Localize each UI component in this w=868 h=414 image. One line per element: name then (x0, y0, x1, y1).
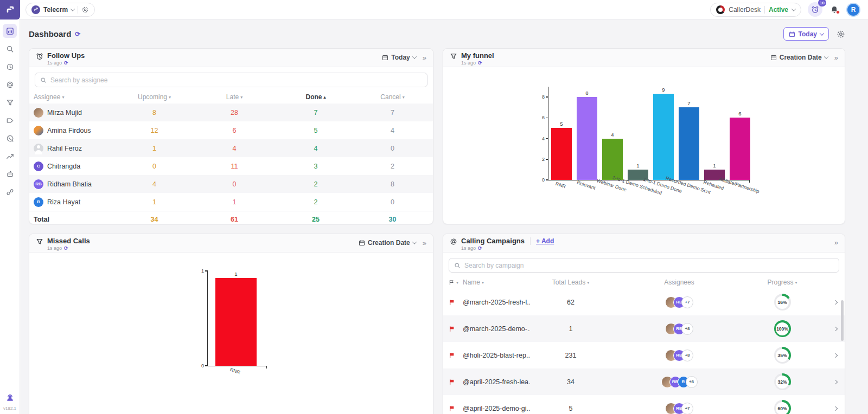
panel-refresh-icon[interactable]: ⟳ (64, 60, 68, 66)
add-campaign-button[interactable]: + Add (530, 237, 554, 245)
page-date-filter-button[interactable]: Today (783, 27, 829, 41)
tag-icon (6, 117, 14, 125)
workspace-switcher[interactable]: Telecrm (25, 3, 95, 17)
my-funnel-header: My funnel 1s ago⟳ Creation Date » (443, 49, 845, 67)
bar-group: 1RNR (215, 271, 257, 366)
calling-campaigns-header: Calling Campaigns 1s ago⟳ + Add » (443, 234, 845, 253)
list-item[interactable]: @april-2025-fresh-lea... 34 RB R +8 32% (443, 368, 845, 395)
col-cancel[interactable]: Cancel▾ (356, 93, 429, 101)
topbar-right-cluster: CallerDesk Active 10 R (710, 2, 868, 17)
panel-refresh-icon[interactable]: ⟳ (478, 245, 482, 251)
app-version: v182.1 (3, 406, 16, 411)
collapse-panel-icon[interactable]: » (834, 239, 838, 246)
assignee-avatar-stack: RB +8 (611, 350, 747, 361)
table-row[interactable]: RBRidham Bhatia 4 0 2 8 (29, 175, 433, 193)
sidebar-item-integrations[interactable] (3, 185, 17, 199)
sidebar-bottom: v182.1 (3, 391, 17, 411)
follow-ups-search-input[interactable] (50, 76, 422, 84)
telecrm-logo-icon (5, 5, 15, 15)
assignee-avatar-stack: RB +8 (611, 323, 747, 335)
red-flag-icon (449, 379, 463, 385)
progress-ring: 35% (774, 347, 791, 364)
table-row[interactable]: Mirza Mujid 8 28 7 7 (29, 104, 433, 121)
avatar (34, 144, 43, 153)
campaign-search-input[interactable] (464, 262, 834, 269)
col-assignee[interactable]: Assignee▾ (34, 93, 115, 101)
col-total-leads[interactable]: Total Leads▾ (530, 279, 611, 286)
calendar-icon (770, 54, 777, 61)
panel-title: Calling Campaigns (461, 237, 525, 245)
panel-refresh-icon[interactable]: ⟳ (478, 60, 482, 66)
table-row[interactable]: Amina Firdous 12 6 5 4 (29, 121, 433, 139)
sidebar-item-funnel[interactable] (3, 95, 17, 109)
table-row[interactable]: CChitrangda 0 11 3 2 (29, 157, 433, 175)
panel-updated: 1s ago (461, 60, 476, 66)
panel-title: Follow Ups (47, 52, 85, 60)
list-item[interactable]: @march-2025-demo-... 1 RB +8 100% (443, 315, 845, 342)
user-avatar[interactable]: R (846, 3, 860, 17)
missed-calls-date-filter[interactable]: Creation Date (359, 239, 416, 247)
sidebar-item-tags[interactable] (3, 113, 17, 127)
collapse-panel-icon[interactable]: » (423, 240, 426, 247)
col-done[interactable]: Done▴ (275, 93, 356, 101)
followup-alarm-button[interactable]: 10 (808, 2, 822, 17)
sidebar-item-recent[interactable] (3, 60, 17, 74)
follow-ups-date-filter[interactable]: Today (382, 54, 416, 61)
telecrm-logo[interactable] (0, 0, 20, 20)
calendar-icon (382, 54, 388, 61)
table-total-row: Total 34 61 25 30 (29, 211, 433, 224)
bar-group: 7Recorded Demo Sent (679, 87, 699, 180)
chevron-right-icon[interactable] (818, 380, 839, 384)
callerdesk-logo-icon (716, 5, 725, 14)
main-content: Dashboard ⟳ Today Follow (20, 20, 868, 414)
page-refresh-icon[interactable]: ⟳ (75, 30, 80, 38)
sidebar-item-analytics[interactable] (3, 149, 17, 163)
follow-ups-header: Follow Ups 1s ago⟳ Today » (29, 49, 433, 67)
y-axis-tick-label: 0 (542, 177, 545, 183)
collapse-panel-icon[interactable]: » (423, 54, 426, 61)
workspace-settings-gear-icon[interactable] (81, 6, 89, 14)
panel-refresh-icon[interactable]: ⟳ (64, 245, 68, 251)
list-item[interactable]: @march-2025-fresh-l... 62 RB +7 16% (443, 289, 845, 315)
notifications-button[interactable] (829, 4, 840, 15)
assignee-avatar-stack: RB R +8 (611, 376, 747, 388)
col-late[interactable]: Late▾ (194, 93, 275, 101)
scrollbar-thumb[interactable] (841, 300, 844, 341)
avatar (34, 126, 43, 135)
chevron-right-icon[interactable] (818, 354, 839, 357)
col-name[interactable]: Name▾ (463, 279, 530, 286)
dashboard-settings-gear-icon[interactable] (837, 30, 845, 38)
sidebar-item-whatsapp[interactable] (3, 131, 17, 145)
col-upcoming[interactable]: Upcoming▾ (115, 93, 194, 101)
x-axis-category-label: Relevant (576, 180, 596, 191)
table-row[interactable]: Rahil Feroz 1 4 4 0 (29, 139, 433, 157)
link-icon (6, 188, 14, 196)
x-axis-end-tick (749, 180, 750, 183)
table-row[interactable]: RRiza Hayat 1 1 2 0 (29, 193, 433, 211)
sidebar-item-mentions[interactable] (3, 77, 17, 92)
callerdesk-status-control[interactable]: CallerDesk Active (710, 3, 801, 17)
bar-value-label: 1 (636, 163, 639, 169)
trend-line-icon (6, 152, 14, 160)
sidebar-item-search[interactable] (3, 42, 17, 56)
chevron-right-icon[interactable] (818, 327, 839, 331)
bar (653, 94, 674, 180)
bar-group: 5RNR (551, 87, 572, 180)
chevron-right-icon[interactable] (818, 301, 839, 304)
collapse-panel-icon[interactable]: » (834, 54, 838, 61)
bar (730, 118, 750, 180)
support-agent-button[interactable] (3, 391, 17, 405)
panel-updated: 1s ago (47, 60, 62, 66)
list-item[interactable]: @holi-2025-blast-rep... 231 RB +8 35% (443, 342, 845, 368)
sidebar-item-automation[interactable] (3, 167, 17, 181)
col-progress[interactable]: Progress▾ (747, 279, 818, 286)
list-item[interactable]: @april-2025-demo-gi... 5 RB +7 60% (443, 395, 845, 414)
campaign-search (449, 258, 839, 273)
sidebar-item-dashboard[interactable] (3, 24, 17, 38)
col-flag[interactable]: ▾ (449, 280, 463, 286)
chevron-right-icon[interactable] (818, 407, 839, 410)
my-funnel-date-filter[interactable]: Creation Date (770, 54, 828, 61)
workspace-logo-icon (31, 5, 40, 14)
alarm-clock-icon (36, 53, 43, 66)
bar (602, 139, 623, 180)
